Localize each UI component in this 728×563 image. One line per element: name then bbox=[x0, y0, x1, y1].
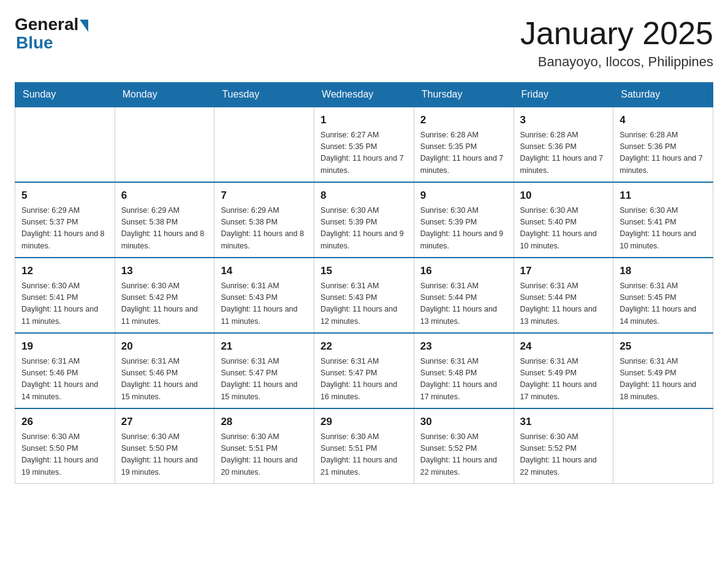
calendar-cell: 10Sunrise: 6:30 AM Sunset: 5:40 PM Dayli… bbox=[514, 182, 613, 258]
calendar-cell: 22Sunrise: 6:31 AM Sunset: 5:47 PM Dayli… bbox=[314, 333, 414, 408]
calendar-cell bbox=[115, 107, 214, 182]
day-number: 8 bbox=[320, 188, 408, 204]
day-info: Sunrise: 6:30 AM Sunset: 5:52 PM Dayligh… bbox=[520, 431, 607, 479]
day-number: 28 bbox=[221, 414, 308, 430]
calendar-cell: 1Sunrise: 6:27 AM Sunset: 5:35 PM Daylig… bbox=[314, 107, 414, 182]
day-info: Sunrise: 6:30 AM Sunset: 5:42 PM Dayligh… bbox=[121, 280, 208, 328]
day-number: 15 bbox=[320, 263, 408, 279]
day-info: Sunrise: 6:30 AM Sunset: 5:51 PM Dayligh… bbox=[221, 431, 308, 479]
page-header: General Blue January 2025 Banayoyo, Iloc… bbox=[15, 15, 713, 70]
calendar-cell: 5Sunrise: 6:29 AM Sunset: 5:37 PM Daylig… bbox=[15, 182, 115, 258]
calendar-cell: 27Sunrise: 6:30 AM Sunset: 5:50 PM Dayli… bbox=[115, 408, 214, 484]
day-info: Sunrise: 6:31 AM Sunset: 5:49 PM Dayligh… bbox=[620, 356, 707, 404]
calendar-cell bbox=[15, 107, 115, 182]
month-title: January 2025 bbox=[520, 15, 713, 52]
day-info: Sunrise: 6:31 AM Sunset: 5:46 PM Dayligh… bbox=[21, 356, 108, 404]
day-number: 2 bbox=[420, 112, 507, 128]
day-info: Sunrise: 6:31 AM Sunset: 5:44 PM Dayligh… bbox=[420, 280, 507, 328]
header-thursday: Thursday bbox=[414, 83, 514, 107]
calendar-cell: 3Sunrise: 6:28 AM Sunset: 5:36 PM Daylig… bbox=[514, 107, 613, 182]
logo: General Blue bbox=[15, 15, 88, 53]
calendar-cell: 6Sunrise: 6:29 AM Sunset: 5:38 PM Daylig… bbox=[115, 182, 214, 258]
calendar-cell: 19Sunrise: 6:31 AM Sunset: 5:46 PM Dayli… bbox=[15, 333, 115, 408]
day-number: 16 bbox=[420, 263, 507, 279]
day-number: 1 bbox=[320, 112, 408, 128]
day-info: Sunrise: 6:30 AM Sunset: 5:52 PM Dayligh… bbox=[420, 431, 507, 479]
day-info: Sunrise: 6:29 AM Sunset: 5:38 PM Dayligh… bbox=[121, 205, 208, 253]
day-number: 25 bbox=[620, 339, 707, 354]
day-number: 29 bbox=[320, 414, 408, 430]
calendar-cell: 4Sunrise: 6:28 AM Sunset: 5:36 PM Daylig… bbox=[613, 107, 713, 182]
week-row-5: 26Sunrise: 6:30 AM Sunset: 5:50 PM Dayli… bbox=[15, 408, 713, 484]
day-number: 30 bbox=[420, 414, 507, 430]
day-info: Sunrise: 6:31 AM Sunset: 5:43 PM Dayligh… bbox=[221, 280, 308, 328]
day-number: 7 bbox=[221, 188, 308, 204]
week-row-3: 12Sunrise: 6:30 AM Sunset: 5:41 PM Dayli… bbox=[15, 258, 713, 333]
day-number: 23 bbox=[420, 339, 507, 354]
day-info: Sunrise: 6:30 AM Sunset: 5:39 PM Dayligh… bbox=[320, 205, 408, 253]
day-number: 24 bbox=[520, 339, 607, 354]
header-wednesday: Wednesday bbox=[314, 83, 414, 107]
calendar-table: SundayMondayTuesdayWednesdayThursdayFrid… bbox=[15, 82, 713, 484]
day-number: 12 bbox=[21, 263, 108, 279]
day-info: Sunrise: 6:31 AM Sunset: 5:47 PM Dayligh… bbox=[221, 356, 308, 404]
day-number: 13 bbox=[121, 263, 208, 279]
title-area: January 2025 Banayoyo, Ilocos, Philippin… bbox=[520, 15, 713, 70]
logo-blue-text: Blue bbox=[16, 33, 53, 53]
calendar-cell: 31Sunrise: 6:30 AM Sunset: 5:52 PM Dayli… bbox=[514, 408, 613, 484]
calendar-cell: 21Sunrise: 6:31 AM Sunset: 5:47 PM Dayli… bbox=[214, 333, 314, 408]
day-info: Sunrise: 6:28 AM Sunset: 5:35 PM Dayligh… bbox=[420, 129, 507, 177]
day-info: Sunrise: 6:29 AM Sunset: 5:37 PM Dayligh… bbox=[21, 205, 108, 253]
calendar-cell: 26Sunrise: 6:30 AM Sunset: 5:50 PM Dayli… bbox=[15, 408, 115, 484]
day-number: 14 bbox=[221, 263, 308, 279]
day-info: Sunrise: 6:31 AM Sunset: 5:47 PM Dayligh… bbox=[320, 356, 408, 404]
day-number: 21 bbox=[221, 339, 308, 354]
calendar-cell: 7Sunrise: 6:29 AM Sunset: 5:38 PM Daylig… bbox=[214, 182, 314, 258]
header-saturday: Saturday bbox=[613, 83, 713, 107]
calendar-cell: 13Sunrise: 6:30 AM Sunset: 5:42 PM Dayli… bbox=[115, 258, 214, 333]
day-number: 31 bbox=[520, 414, 607, 430]
day-number: 6 bbox=[121, 188, 208, 204]
day-info: Sunrise: 6:29 AM Sunset: 5:38 PM Dayligh… bbox=[221, 205, 308, 253]
calendar-cell: 30Sunrise: 6:30 AM Sunset: 5:52 PM Dayli… bbox=[414, 408, 514, 484]
calendar-cell: 25Sunrise: 6:31 AM Sunset: 5:49 PM Dayli… bbox=[613, 333, 713, 408]
header-friday: Friday bbox=[514, 83, 613, 107]
location-title: Banayoyo, Ilocos, Philippines bbox=[520, 54, 713, 70]
calendar-header-row: SundayMondayTuesdayWednesdayThursdayFrid… bbox=[15, 83, 713, 107]
day-number: 26 bbox=[21, 414, 108, 430]
week-row-1: 1Sunrise: 6:27 AM Sunset: 5:35 PM Daylig… bbox=[15, 107, 713, 182]
calendar-cell: 15Sunrise: 6:31 AM Sunset: 5:43 PM Dayli… bbox=[314, 258, 414, 333]
day-info: Sunrise: 6:30 AM Sunset: 5:41 PM Dayligh… bbox=[21, 280, 108, 328]
header-sunday: Sunday bbox=[15, 83, 115, 107]
day-info: Sunrise: 6:27 AM Sunset: 5:35 PM Dayligh… bbox=[320, 129, 408, 177]
calendar-cell: 18Sunrise: 6:31 AM Sunset: 5:45 PM Dayli… bbox=[613, 258, 713, 333]
day-info: Sunrise: 6:28 AM Sunset: 5:36 PM Dayligh… bbox=[620, 129, 707, 177]
calendar-cell: 9Sunrise: 6:30 AM Sunset: 5:39 PM Daylig… bbox=[414, 182, 514, 258]
day-info: Sunrise: 6:30 AM Sunset: 5:51 PM Dayligh… bbox=[320, 431, 408, 479]
day-info: Sunrise: 6:30 AM Sunset: 5:40 PM Dayligh… bbox=[520, 205, 607, 253]
day-info: Sunrise: 6:30 AM Sunset: 5:50 PM Dayligh… bbox=[21, 431, 108, 479]
day-info: Sunrise: 6:31 AM Sunset: 5:43 PM Dayligh… bbox=[320, 280, 408, 328]
calendar-cell: 16Sunrise: 6:31 AM Sunset: 5:44 PM Dayli… bbox=[414, 258, 514, 333]
calendar-cell: 20Sunrise: 6:31 AM Sunset: 5:46 PM Dayli… bbox=[115, 333, 214, 408]
day-number: 10 bbox=[520, 188, 607, 204]
day-number: 17 bbox=[520, 263, 607, 279]
calendar-cell bbox=[613, 408, 713, 484]
day-info: Sunrise: 6:30 AM Sunset: 5:41 PM Dayligh… bbox=[620, 205, 707, 253]
logo-triangle-icon bbox=[80, 20, 88, 32]
calendar-cell: 28Sunrise: 6:30 AM Sunset: 5:51 PM Dayli… bbox=[214, 408, 314, 484]
day-info: Sunrise: 6:30 AM Sunset: 5:39 PM Dayligh… bbox=[420, 205, 507, 253]
calendar-cell: 14Sunrise: 6:31 AM Sunset: 5:43 PM Dayli… bbox=[214, 258, 314, 333]
logo-general-text: General bbox=[15, 15, 78, 34]
week-row-2: 5Sunrise: 6:29 AM Sunset: 5:37 PM Daylig… bbox=[15, 182, 713, 258]
calendar-cell: 23Sunrise: 6:31 AM Sunset: 5:48 PM Dayli… bbox=[414, 333, 514, 408]
day-info: Sunrise: 6:31 AM Sunset: 5:44 PM Dayligh… bbox=[520, 280, 607, 328]
calendar-cell: 11Sunrise: 6:30 AM Sunset: 5:41 PM Dayli… bbox=[613, 182, 713, 258]
day-info: Sunrise: 6:30 AM Sunset: 5:50 PM Dayligh… bbox=[121, 431, 208, 479]
day-info: Sunrise: 6:31 AM Sunset: 5:45 PM Dayligh… bbox=[620, 280, 707, 328]
calendar-cell bbox=[214, 107, 314, 182]
calendar-cell: 2Sunrise: 6:28 AM Sunset: 5:35 PM Daylig… bbox=[414, 107, 514, 182]
day-info: Sunrise: 6:28 AM Sunset: 5:36 PM Dayligh… bbox=[520, 129, 607, 177]
calendar-cell: 29Sunrise: 6:30 AM Sunset: 5:51 PM Dayli… bbox=[314, 408, 414, 484]
calendar-cell: 8Sunrise: 6:30 AM Sunset: 5:39 PM Daylig… bbox=[314, 182, 414, 258]
